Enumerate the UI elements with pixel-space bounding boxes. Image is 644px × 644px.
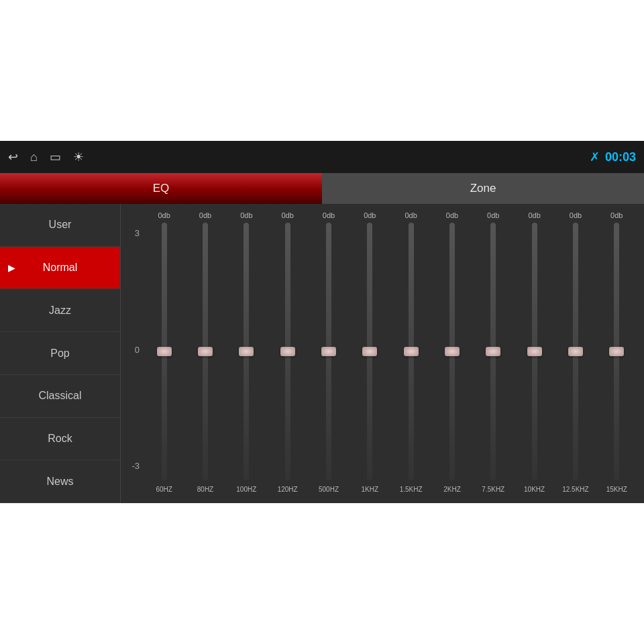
slider-thumb-7[interactable] (445, 347, 460, 356)
slider-col-120hz: 0db 120HZ (267, 209, 308, 496)
slider-track-2[interactable] (244, 223, 249, 480)
main-content: User ▶ Normal Jazz Pop Classical Rock Ne… (0, 204, 644, 503)
slider-track-wrapper-6[interactable] (390, 223, 431, 480)
slider-col-1khz: 0db 1KHZ (350, 209, 390, 496)
freq-label-2: 100HZ (236, 483, 256, 496)
slider-track-4[interactable] (326, 223, 331, 480)
slider-col-15khz: 0db 1.5KHZ (390, 209, 431, 496)
slider-thumb-4[interactable] (321, 347, 336, 356)
tab-zone[interactable]: Zone (322, 173, 644, 204)
db-label-4: 0db (323, 209, 335, 221)
db-label-5: 0db (364, 209, 376, 221)
time-display: 00:03 (605, 150, 636, 164)
slider-thumb-2[interactable] (239, 347, 254, 356)
db-label-11: 0db (610, 209, 623, 221)
slider-track-wrapper-5[interactable] (350, 223, 390, 480)
window-icon[interactable]: ▭ (50, 150, 61, 164)
slider-col-60hz: 0db 60HZ (144, 209, 184, 496)
db-label-0: 0db (158, 209, 170, 221)
slider-track-wrapper-8[interactable] (473, 223, 514, 480)
sidebar-item-news[interactable]: News (0, 460, 120, 503)
slider-thumb-8[interactable] (486, 347, 500, 356)
sidebar-label-rock: Rock (48, 433, 72, 445)
freq-label-0: 60HZ (156, 483, 172, 496)
freq-label-4: 500HZ (319, 483, 339, 496)
sidebar-item-classical[interactable]: Classical (0, 375, 120, 418)
eq-area: 3 0 -3 0db 60HZ 0db (121, 204, 644, 503)
scale-mid: 0 (127, 345, 140, 355)
db-label-7: 0db (446, 209, 458, 221)
slider-thumb-1[interactable] (198, 347, 213, 356)
freq-label-6: 1.5KHZ (400, 483, 423, 496)
slider-thumb-3[interactable] (280, 347, 295, 356)
slider-track-wrapper-3[interactable] (267, 223, 308, 480)
sidebar-item-user[interactable]: User (0, 204, 120, 247)
slider-thumb-10[interactable] (568, 347, 583, 356)
slider-track-wrapper-1[interactable] (184, 223, 225, 480)
freq-label-3: 120HZ (278, 483, 298, 496)
sidebar-item-pop[interactable]: Pop (0, 332, 120, 375)
slider-track-1[interactable] (203, 223, 208, 480)
sidebar: User ▶ Normal Jazz Pop Classical Rock Ne… (0, 204, 121, 503)
sliders-container: 0db 60HZ 0db 80HZ 0db (144, 209, 637, 496)
slider-track-3[interactable] (285, 223, 290, 480)
sidebar-label-classical: Classical (38, 390, 81, 402)
slider-col-100hz: 0db 100HZ (226, 209, 267, 496)
freq-label-11: 15KHZ (606, 483, 627, 496)
top-bar: ↩ ⌂ ▭ ☀ ✗ 00:03 (0, 141, 644, 173)
sidebar-item-rock[interactable]: Rock (0, 418, 120, 461)
play-icon: ▶ (8, 262, 15, 273)
slider-thumb-6[interactable] (404, 347, 419, 356)
scale-top: 3 (127, 228, 140, 238)
slider-track-wrapper-11[interactable] (596, 223, 637, 480)
freq-label-7: 2KHZ (443, 483, 461, 496)
slider-col-2khz: 0db 2KHZ (431, 209, 472, 496)
db-label-2: 0db (240, 209, 252, 221)
slider-track-wrapper-9[interactable] (514, 223, 555, 480)
back-icon[interactable]: ↩ (8, 150, 18, 164)
bluetooth-icon: ✗ (590, 150, 600, 164)
slider-col-80hz: 0db 80HZ (184, 209, 225, 496)
device-frame: ↩ ⌂ ▭ ☀ ✗ 00:03 EQ Zone User ▶ Normal (0, 141, 644, 503)
freq-label-1: 80HZ (197, 483, 213, 496)
image-icon[interactable]: ☀ (73, 150, 84, 164)
nav-buttons: ↩ ⌂ ▭ ☀ (8, 150, 84, 164)
sidebar-item-jazz[interactable]: Jazz (0, 289, 120, 332)
slider-track-wrapper-10[interactable] (555, 223, 596, 480)
slider-thumb-0[interactable] (157, 347, 172, 356)
tab-eq[interactable]: EQ (0, 173, 322, 204)
db-label-6: 0db (405, 209, 417, 221)
home-icon[interactable]: ⌂ (30, 150, 38, 164)
freq-label-5: 1KHZ (362, 483, 379, 496)
slider-track-wrapper-7[interactable] (431, 223, 472, 480)
sidebar-label-user: User (49, 219, 72, 231)
slider-track-5[interactable] (367, 223, 372, 480)
slider-thumb-11[interactable] (609, 347, 624, 356)
sidebar-item-normal[interactable]: ▶ Normal (0, 247, 120, 290)
slider-col-15khz: 0db 15KHZ (596, 209, 637, 496)
slider-track-wrapper-0[interactable] (144, 223, 184, 480)
slider-track-wrapper-2[interactable] (226, 223, 267, 480)
slider-track-11[interactable] (614, 223, 619, 480)
slider-track-7[interactable] (449, 223, 455, 480)
freq-label-9: 10KHZ (524, 483, 545, 496)
freq-label-10: 12.5KHZ (562, 483, 588, 496)
slider-track-6[interactable] (409, 223, 414, 480)
sidebar-label-pop: Pop (50, 347, 69, 360)
db-label-3: 0db (281, 209, 293, 221)
slider-col-10khz: 0db 10KHZ (514, 209, 555, 496)
eq-scales: 3 0 -3 0db 60HZ 0db (127, 209, 637, 496)
slider-col-75khz: 0db 7.5KHZ (473, 209, 514, 496)
slider-thumb-9[interactable] (527, 347, 542, 356)
slider-track-9[interactable] (532, 223, 537, 480)
db-label-8: 0db (487, 209, 499, 221)
scale-bot: -3 (127, 461, 140, 471)
db-label-10: 0db (570, 209, 582, 221)
slider-track-wrapper-4[interactable] (308, 223, 349, 480)
slider-track-0[interactable] (162, 223, 167, 480)
slider-col-500hz: 0db 500HZ (308, 209, 349, 496)
slider-track-8[interactable] (490, 223, 496, 480)
slider-thumb-5[interactable] (362, 347, 377, 356)
slider-track-10[interactable] (573, 223, 578, 480)
freq-label-8: 7.5KHZ (482, 483, 504, 496)
